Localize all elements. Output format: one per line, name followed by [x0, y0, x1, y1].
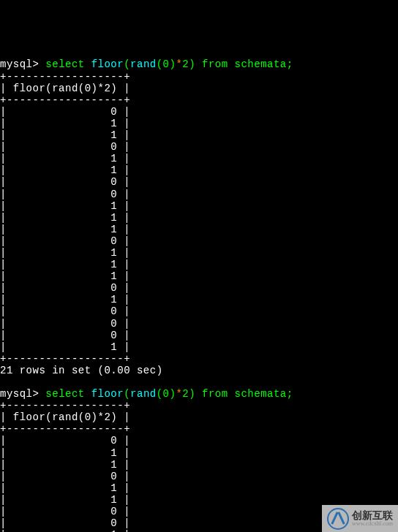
paren-open: ( — [124, 58, 130, 70]
sql-zero: 0 — [163, 58, 170, 70]
sql-floor-func: floor — [91, 58, 124, 70]
table-border-top: +------------------+ — [0, 71, 130, 83]
terminal-output: mysql> select floor(rand(0)*2) from sche… — [0, 47, 398, 532]
table-row: | 1 | — [0, 212, 130, 224]
sql-floor-func: floor — [91, 388, 124, 400]
paren-close: ) — [189, 388, 195, 400]
table-row: | 1 | — [0, 459, 130, 471]
sql-table-name: schemata — [235, 388, 287, 400]
table-row: | 1 | — [0, 341, 130, 353]
logo-mark-icon — [327, 508, 349, 530]
table-row: | 1 | — [0, 494, 130, 506]
logo-text: 创新互联 www.cdcxhl.com — [352, 511, 393, 527]
table-row: | 0 | — [0, 282, 130, 294]
sql-prompt-line: mysql> select floor(rand(0)*2) from sche… — [0, 58, 293, 70]
table-row: | 1 | — [0, 247, 130, 259]
table-row: | 1 | — [0, 270, 130, 282]
sql-star: * — [176, 58, 182, 70]
paren-open: ( — [157, 388, 163, 400]
sql-two: 2 — [182, 388, 189, 400]
table-row: | 0 | — [0, 141, 130, 153]
table-header: | floor(rand(0)*2) | — [0, 411, 130, 423]
table-row: | 1 | — [0, 447, 130, 459]
sql-from-keyword: from — [202, 58, 228, 70]
logo-sub-text: www.cdcxhl.com — [352, 521, 393, 527]
watermark-logo: 创新互联 www.cdcxhl.com — [322, 505, 398, 532]
table-row: | 1 | — [0, 164, 130, 176]
sql-star: * — [176, 388, 182, 400]
sql-select-keyword: select — [45, 58, 84, 70]
sql-prompt-line: mysql> select floor(rand(0)*2) from sche… — [0, 388, 293, 400]
table-row: | 1 | — [0, 118, 130, 129]
sql-from-keyword: from — [202, 388, 228, 400]
logo-main-text: 创新互联 — [352, 510, 393, 521]
table-row: | 1 | — [0, 482, 130, 494]
paren-open: ( — [157, 58, 163, 70]
table-header: | floor(rand(0)*2) | — [0, 83, 130, 94]
sql-table-name: schemata — [235, 58, 287, 70]
table-row: | 0 | — [0, 235, 130, 247]
paren-open: ( — [124, 388, 130, 400]
table-row: | 0 | — [0, 517, 130, 529]
table-row: | 1 | — [0, 294, 130, 305]
table-row: | 1 | — [0, 224, 130, 235]
sql-two: 2 — [182, 58, 189, 70]
table-row: | 0 | — [0, 189, 130, 200]
mysql-prompt: mysql> — [0, 58, 39, 70]
sql-select-keyword: select — [45, 388, 84, 400]
table-row: | 0 | — [0, 330, 130, 341]
table-row: | 0 | — [0, 435, 130, 446]
sql-semicolon: ; — [287, 58, 293, 70]
table-row: | 0 | — [0, 506, 130, 517]
table-border-top: +------------------+ — [0, 400, 130, 411]
table-row: | 0 | — [0, 176, 130, 188]
table-row: | 1 | — [0, 200, 130, 212]
table-row: | 0 | — [0, 106, 130, 118]
paren-close: ) — [189, 58, 195, 70]
logo-inner: 创新互联 www.cdcxhl.com — [327, 508, 393, 530]
table-border-mid: +------------------+ — [0, 423, 130, 435]
sql-zero: 0 — [163, 388, 170, 400]
table-row: | 0 | — [0, 318, 130, 330]
table-row: | 0 | — [0, 305, 130, 317]
table-border-mid: +------------------+ — [0, 94, 130, 106]
table-row: | 1 | — [0, 153, 130, 164]
table-row: | 0 | — [0, 471, 130, 482]
table-row: | 1 | — [0, 129, 130, 141]
sql-rand-func: rand — [130, 388, 157, 400]
table-row: | 1 | — [0, 259, 130, 270]
sql-rand-func: rand — [130, 58, 157, 70]
row-count-status: 21 rows in set (0.00 sec) — [0, 365, 163, 376]
mysql-prompt: mysql> — [0, 388, 39, 400]
table-row: | 1 | — [0, 529, 130, 532]
sql-semicolon: ; — [287, 388, 293, 400]
table-border-bottom: +------------------+ — [0, 353, 130, 365]
